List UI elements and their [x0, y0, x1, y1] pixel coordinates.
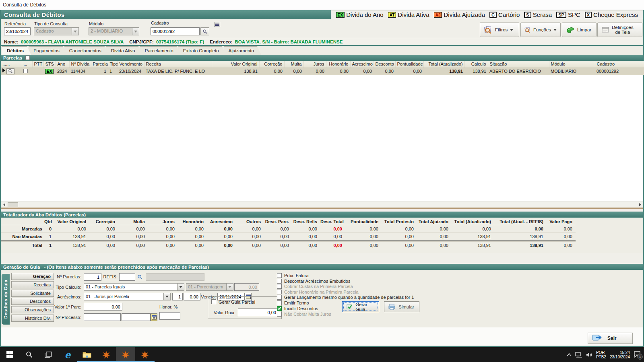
refis-search-button[interactable] — [136, 273, 144, 281]
nao-cobrar-multa-checkbox[interactable] — [277, 312, 282, 317]
speaker-icon[interactable] — [586, 352, 592, 358]
totalizador-table: Qtd Valor Original Correção Multa Juros … — [1, 218, 576, 249]
eraser-icon — [566, 26, 575, 34]
chevron-down-icon — [510, 29, 513, 31]
sair-button[interactable]: Sair — [588, 333, 633, 344]
porcentagem-select[interactable]: 01 - Porcentagem — [186, 283, 233, 291]
tab-cancelamentos[interactable]: Cancelamentos — [64, 46, 109, 55]
task-view-button[interactable] — [39, 347, 58, 362]
gerar-guia-parcial-checkbox[interactable] — [211, 299, 216, 304]
table-row[interactable]: EX 2024 114434 1 1 23/10/2024 TAXA DE LI… — [1, 68, 644, 75]
row-expander-icon — [2, 68, 5, 72]
app-button-2-active[interactable] — [116, 347, 135, 362]
tab-debitos[interactable]: Débitos — [2, 46, 31, 55]
legend-item: XCheque Express — [585, 11, 638, 18]
cadastro-search-button[interactable] — [200, 27, 209, 35]
valor-1-parc-input[interactable] — [84, 303, 122, 311]
cell-vencimento: 23/10/2024 — [118, 68, 144, 75]
refis-input[interactable] — [119, 273, 135, 281]
scroll-left-button[interactable] — [1, 202, 7, 208]
cadastro-input[interactable] — [151, 27, 200, 35]
definicoes-tela-button[interactable]: Definiçõesde Tela — [597, 23, 642, 37]
gerar-lancamento-checkbox[interactable] — [277, 295, 282, 300]
detalhes-da-guia-tab[interactable]: Detalhes da Guia — [2, 274, 10, 325]
scrollbar-thumb[interactable] — [8, 202, 18, 207]
cobrar-custas-checkbox[interactable] — [277, 284, 282, 289]
calendar-icon[interactable] — [151, 313, 157, 321]
modulo-select[interactable]: 2 - MOBILIÁRIO — [89, 27, 139, 35]
chevron-down-icon[interactable] — [132, 28, 139, 35]
starburst-app-icon — [141, 351, 149, 359]
emitir-termo-checkbox[interactable] — [277, 300, 282, 305]
search-icon — [202, 29, 208, 34]
n-processo-input-2[interactable] — [122, 313, 151, 321]
chevron-down-icon[interactable] — [163, 293, 170, 300]
limpar-button[interactable]: Limpar — [562, 23, 597, 37]
descontar-acrescimos-checkbox[interactable] — [277, 279, 282, 284]
tab-pagamentos[interactable]: Pagamentos — [29, 46, 67, 55]
refis-description-field — [146, 273, 204, 281]
chevron-down-icon[interactable] — [72, 28, 78, 35]
valor-1-parc-label: Valor 1º Parc: — [41, 304, 81, 309]
acrescimos-select[interactable]: 01 - Juros por Parcela — [84, 293, 171, 300]
filtros-button[interactable]: Filtros — [480, 23, 519, 37]
select-all-checkbox[interactable] — [25, 56, 30, 60]
internet-explorer-button[interactable]: e — [58, 347, 77, 362]
honor-input[interactable] — [159, 312, 180, 320]
folder-icon — [83, 351, 91, 358]
funcoes-button[interactable]: Funções — [520, 23, 561, 37]
tab-parcelamento[interactable]: Parcelamento — [140, 46, 181, 55]
simular-button[interactable]: Simular — [384, 301, 419, 312]
clock[interactable]: 15:24 23/10/2024 — [610, 350, 630, 359]
chevron-down-icon[interactable] — [177, 284, 184, 290]
tab-ajuizamento[interactable]: Ajuizamento — [224, 46, 261, 55]
window-title: Consulta de Débitos — [3, 2, 46, 8]
app-button-3[interactable] — [135, 347, 155, 362]
start-button[interactable] — [0, 347, 19, 362]
search-icon — [137, 274, 143, 280]
geracao-section-header: Geração de Guia - (Os itens abaixo somen… — [1, 264, 643, 270]
cell-correcao: 0,00 — [259, 68, 284, 75]
porcentagem-amount-input[interactable] — [234, 283, 259, 291]
notification-center-button[interactable]: 1 — [634, 351, 641, 358]
tipo-calculo-select[interactable]: 01 - Parcelas Iguais — [84, 283, 184, 291]
incidir-descontos-checkbox[interactable] — [277, 306, 282, 311]
divider — [1, 209, 643, 212]
file-explorer-button[interactable] — [77, 347, 97, 362]
cartorio-badge: C — [489, 12, 497, 18]
cell-cadastro: 000001292 — [595, 68, 644, 75]
notification-count-badge: 1 — [637, 354, 643, 360]
cell-n-divida: 114434 — [69, 68, 91, 75]
tray-expand-icon[interactable] — [567, 353, 572, 356]
valor-guia-input[interactable] — [238, 309, 278, 316]
tab-divida-ativa[interactable]: Divida Ativa — [106, 46, 142, 55]
taskbar-search-button[interactable] — [19, 347, 39, 362]
row-detail-button[interactable] — [6, 68, 14, 74]
totalizador-row-total: Total 1 138,91 0,00 0,00 0,00 0,00 0,00 … — [1, 242, 576, 249]
task-view-icon — [45, 352, 52, 358]
legend-item: EXDivida do Ano — [336, 11, 384, 18]
scroll-right-button[interactable] — [637, 202, 643, 208]
cell-honorario: 0,00 — [326, 68, 350, 75]
grid-list-icon[interactable] — [213, 21, 221, 27]
chevron-down-icon[interactable] — [226, 284, 233, 290]
cobrar-honorario-checkbox[interactable] — [277, 290, 282, 294]
acrescimos-qtd-input[interactable] — [172, 293, 183, 300]
tab-extrato-completo[interactable]: Extrato Completo — [178, 46, 226, 55]
functions-search-icon — [524, 26, 531, 34]
row-checkbox[interactable] — [23, 69, 28, 73]
legend-item: SSerasa — [524, 11, 552, 18]
gerar-guia-parcial-label: Gerar Guia Parcial — [219, 300, 255, 304]
ex-badge: EX — [336, 12, 345, 18]
n-processo-input[interactable] — [84, 313, 121, 321]
tipo-consulta-select[interactable]: Cadastro — [34, 27, 79, 35]
horizontal-scrollbar[interactable] — [1, 202, 643, 208]
gerar-guia-button[interactable]: Gerar Guia — [342, 301, 379, 312]
windows-logo-icon — [6, 351, 13, 358]
app-button-1[interactable] — [97, 347, 116, 362]
prox-fatura-checkbox[interactable] — [277, 273, 282, 278]
language-indicator[interactable]: POR PTB2 — [596, 350, 606, 359]
network-icon[interactable] — [575, 352, 582, 358]
acrescimos-label: Acréscimos: — [41, 294, 81, 299]
referencia-input[interactable] — [4, 27, 31, 35]
